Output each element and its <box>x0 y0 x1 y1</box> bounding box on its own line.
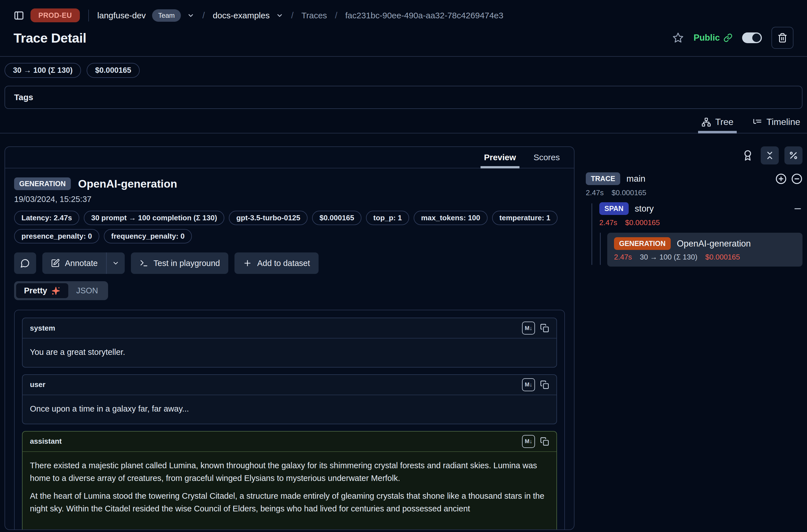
trace-metrics: 2.47s $0.000165 <box>586 188 803 197</box>
generation-type-badge: GENERATION <box>614 237 671 250</box>
observation-header: GENERATION OpenAI-generation 19/03/2024,… <box>5 168 574 243</box>
format-pretty-segment[interactable]: Pretty <box>16 283 68 298</box>
annotate-dropdown-button[interactable] <box>107 252 125 274</box>
project-switcher-button[interactable] <box>276 12 283 19</box>
tags-container[interactable]: Tags <box>4 86 803 109</box>
link-icon <box>724 33 732 42</box>
breadcrumb-slash: / <box>333 11 339 21</box>
annotate-button[interactable]: Annotate <box>42 252 107 274</box>
org-plan-badge: Team <box>152 9 181 22</box>
observation-actions: Annotate Test in playground <box>14 252 565 274</box>
public-share-button[interactable]: Public <box>694 33 732 43</box>
observation-detail-card: Preview Scores GENERATION OpenAI-generat… <box>4 146 575 530</box>
latency-badge: Latency: 2.47s <box>14 211 79 225</box>
environment-badge: PROD-EU <box>31 8 80 22</box>
network-icon <box>701 117 711 127</box>
span-name: story <box>635 204 654 214</box>
sparkles-icon <box>51 286 60 295</box>
title-actions: Public <box>672 27 793 49</box>
chevron-down-icon <box>112 260 119 267</box>
generation-cost: $0.000165 <box>706 253 740 262</box>
max-tokens-badge: max_tokens: 100 <box>414 211 488 225</box>
markdown-toggle-icon[interactable]: M↓ <box>522 435 535 448</box>
assistant-paragraph: At the heart of Lumina stood the towerin… <box>30 490 549 515</box>
tree-toolbar <box>586 146 803 165</box>
tab-preview[interactable]: Preview <box>483 147 517 168</box>
breadcrumb: PROD-EU langfuse-dev Team / docs-example… <box>14 8 793 22</box>
bookmark-star-button[interactable] <box>672 32 684 44</box>
page-title: Trace Detail <box>14 30 86 46</box>
message-tools: M↓ <box>522 322 549 335</box>
copy-icon[interactable] <box>540 324 549 332</box>
terminal-icon <box>139 259 148 268</box>
tree-node-span[interactable]: SPAN story <box>599 202 803 215</box>
delete-trace-button[interactable] <box>771 27 793 49</box>
temperature-badge: temperature: 1 <box>492 211 558 225</box>
model-badge[interactable]: gpt-3.5-turbo-0125 <box>229 211 307 225</box>
trace-name: main <box>626 174 645 184</box>
message-content: Once upon a time in a galaxy far, far aw… <box>23 395 557 424</box>
trace-cost: $0.000165 <box>612 188 646 197</box>
message-content: You are a great storyteller. <box>23 339 557 367</box>
trace-summary-badges: 30 → 100 (Σ 130) $0.000165 <box>4 63 803 78</box>
breadcrumb-org[interactable]: langfuse-dev <box>97 11 146 20</box>
collapse-all-button[interactable] <box>761 146 779 165</box>
trace-detail-page: PROD-EU langfuse-dev Team / docs-example… <box>0 0 807 530</box>
add-to-dataset-label: Add to dataset <box>257 259 310 268</box>
public-toggle[interactable] <box>742 33 762 43</box>
generation-name: OpenAI-generation <box>677 239 751 249</box>
expand-all-button[interactable] <box>775 173 787 185</box>
format-json-segment[interactable]: JSON <box>68 283 106 298</box>
message-header: system M↓ <box>23 318 557 339</box>
public-label: Public <box>694 33 720 43</box>
sidebar-toggle-button[interactable] <box>14 10 24 21</box>
format-toggle: Pretty JSON <box>14 281 108 300</box>
minus-icon <box>793 204 803 213</box>
show-percentages-button[interactable] <box>784 146 803 165</box>
title-row: Trace Detail Public <box>14 27 793 49</box>
breadcrumb-slash: / <box>201 11 207 21</box>
view-mode-tabs: Tree Timeline <box>0 109 807 133</box>
breadcrumb-separator-bar <box>88 10 89 21</box>
cost-badge: $0.000165 <box>87 63 140 78</box>
tab-tree[interactable]: Tree <box>700 117 735 133</box>
panel-left-icon <box>14 10 24 21</box>
collapse-all-nodes-button[interactable] <box>791 173 803 185</box>
test-in-playground-button[interactable]: Test in playground <box>131 252 228 274</box>
breadcrumb-trace-id: fac231bc-90ee-490a-aa32-78c4269474e3 <box>345 11 503 20</box>
message-header: user M↓ <box>23 375 557 395</box>
annotation-queue-button[interactable] <box>742 150 753 161</box>
star-icon <box>672 32 684 44</box>
span-cost: $0.000165 <box>625 218 660 227</box>
comments-button[interactable] <box>14 252 36 274</box>
tree-node-generation-selected[interactable]: GENERATION OpenAI-generation 2.47s 30 → … <box>607 233 803 267</box>
observation-meta-badges-row2: presence_penalty: 0 frequency_penalty: 0 <box>14 229 565 243</box>
copy-icon[interactable] <box>540 437 549 446</box>
tree-expand-controls <box>775 173 803 185</box>
top-p-badge: top_p: 1 <box>366 211 409 225</box>
breadcrumb-project[interactable]: docs-examples <box>213 11 270 20</box>
message-circle-icon <box>20 259 30 268</box>
copy-icon[interactable] <box>540 380 549 389</box>
tags-label: Tags <box>14 93 33 102</box>
org-switcher-button[interactable] <box>187 12 194 19</box>
span-metrics: 2.47s $0.000165 <box>599 218 803 227</box>
markdown-toggle-icon[interactable]: M↓ <box>522 378 535 391</box>
tab-scores[interactable]: Scores <box>532 147 561 168</box>
trace-children: SPAN story 2.47s $0.000165 <box>586 202 803 267</box>
topbar: PROD-EU langfuse-dev Team / docs-example… <box>0 0 807 49</box>
span-type-badge: SPAN <box>599 202 629 215</box>
trace-latency: 2.47s <box>586 188 604 197</box>
breadcrumb-traces-link[interactable]: Traces <box>301 11 327 20</box>
tab-timeline[interactable]: Timeline <box>751 117 801 133</box>
pretty-label: Pretty <box>24 286 47 295</box>
test-in-playground-label: Test in playground <box>153 259 220 268</box>
token-breakdown-badge: 30 prompt → 100 completion (Σ 130) <box>84 211 224 225</box>
markdown-toggle-icon[interactable]: M↓ <box>522 322 535 335</box>
chevrons-down-up-icon <box>765 151 774 160</box>
token-usage-badge: 30 → 100 (Σ 130) <box>4 63 81 78</box>
add-to-dataset-button[interactable]: Add to dataset <box>234 252 318 274</box>
collapse-node-button[interactable] <box>793 204 803 213</box>
message-role: assistant <box>30 437 62 446</box>
tree-node-trace[interactable]: TRACE main <box>586 172 803 185</box>
